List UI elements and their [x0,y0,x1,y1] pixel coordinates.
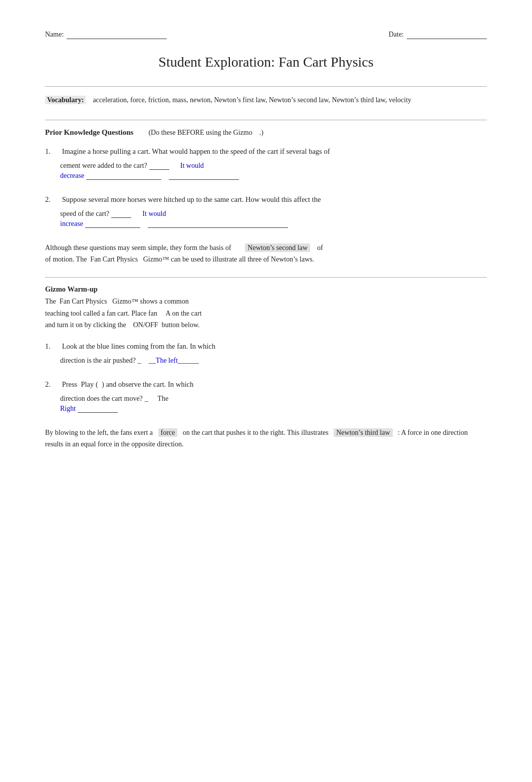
gizmo-q2-text: 2. Press Play ( ) and observe the cart. … [45,379,487,391]
date-input [407,30,487,39]
question-1-number: 1. [45,146,60,158]
force-highlight: force [158,428,178,437]
gizmo-q2-content: Press Play ( ) and observe the cart. In … [62,380,194,388]
conclusion-text-before: By blowing to the left, the fans exert a [45,429,153,436]
name-label: Name: [45,31,64,39]
gizmo-q2-answer-the: The [157,395,168,403]
basis-text-after: of motion. The Fan Cart Physics Gizmo™ c… [45,255,314,263]
header: Name: Date: [45,30,487,39]
gizmo-q2-number: 2. [45,379,60,391]
gizmo-desc-line3: and turn it on by clicking the ON/OFF bu… [45,321,200,329]
gizmo-desc-line1: The Fan Cart Physics Gizmo™ shows a comm… [45,298,189,305]
vocabulary-label: Vocabulary: [45,96,86,104]
question-1-underline2 [169,171,239,180]
vocabulary-section: Vocabulary: acceleration, force, frictio… [45,95,487,106]
gizmo-desc-line2: teaching tool called a fan cart. Place f… [45,310,202,317]
question-1: 1. Imagine a horse pulling a cart. What … [45,146,487,180]
gizmo-q1-number: 1. [45,341,60,353]
divider-2 [45,120,487,120]
question-1-decrease: decrease [60,172,84,180]
question-2-blank [111,210,131,218]
question-1-continuation: cement were added to the cart? [60,162,147,170]
gizmo-warmup-section: Gizmo Warm-up The Fan Cart Physics Gizmo… [45,285,487,330]
section-divider [45,277,487,278]
question-2-answer-row: speed of the cart? It would [45,210,487,218]
question-1-content: Imagine a horse pulling a cart. What wou… [62,147,330,155]
gizmo-q2-answer-row: direction does the cart move? _ The [45,395,487,403]
gizmo-q2-right: Right [60,405,76,413]
question-2-continuation: speed of the cart? [60,210,109,218]
date-field-row: Date: [389,30,487,39]
name-field-row: Name: [45,30,167,39]
question-1-underline1 [86,171,161,180]
question-1-blank [149,162,169,170]
gizmo-warmup-desc: The Fan Cart Physics Gizmo™ shows a comm… [45,296,487,330]
basis-text-before: Although these questions may seem simple… [45,244,231,251]
question-2-increase: increase [60,220,83,228]
gizmo-warmup-title: Gizmo Warm-up [45,285,487,294]
gizmo-q2-answer-row-2: Right [45,404,487,413]
conclusion-paragraph: By blowing to the left, the fans exert a… [45,427,487,450]
question-1-answer-prefix: It would [180,162,204,170]
gizmo-q1-answer-row: direction is the air pushed? _ __The lef… [45,357,487,365]
prior-parenthetical: (Do these BEFORE using the Gizmo .) [148,129,263,137]
gizmo-q2-underline [78,404,118,413]
gizmo-q1-answer: __The left______ [149,357,199,365]
gizmo-question-1: 1. Look at the blue lines coming from th… [45,341,487,365]
name-input [67,30,167,39]
question-2-underline1 [85,219,140,228]
date-label: Date: [389,31,404,39]
gizmo-q1-continuation: direction is the air pushed? [60,357,136,365]
gizmo-q2-continuation: direction does the cart move? [60,395,143,403]
conclusion-text-middle: on the cart that pushes it to the right.… [183,429,329,436]
prior-knowledge-header: Prior Knowledge Questions (Do these BEFO… [45,128,487,137]
question-2-text: 2. Suppose several more horses were hitc… [45,194,487,206]
gizmo-q1-content: Look at the blue lines coming from the f… [62,342,215,350]
question-2-underline2 [148,219,288,228]
page-title: Student Exploration: Fan Cart Physics [45,54,487,70]
question-1-text: 1. Imagine a horse pulling a cart. What … [45,146,487,158]
question-2-answer-row-2: increase [45,219,487,228]
basis-of: of [317,244,323,251]
gizmo-q2-blank: _ [145,395,148,403]
question-2-number: 2. [45,194,60,206]
question-2-answer-prefix: It would [142,210,166,218]
prior-label: Prior Knowledge Questions [45,128,133,137]
question-2: 2. Suppose several more horses were hitc… [45,194,487,228]
newtons-third-law-highlight: Newton’s third law [334,428,392,437]
question-2-content: Suppose several more horses were hitched… [62,195,321,203]
gizmo-question-2: 2. Press Play ( ) and observe the cart. … [45,379,487,413]
question-1-answer-row: cement were added to the cart? It would [45,162,487,170]
divider [45,86,487,87]
gizmo-q1-blank: _ [138,357,141,365]
basis-paragraph: Although these questions may seem simple… [45,242,487,265]
gizmo-q1-text: 1. Look at the blue lines coming from th… [45,341,487,353]
newtons-second-law-highlight: Newton’s second law [245,243,310,252]
question-1-answer-row-2: decrease [45,171,487,180]
vocabulary-terms: acceleration, force, friction, mass, new… [93,96,411,104]
